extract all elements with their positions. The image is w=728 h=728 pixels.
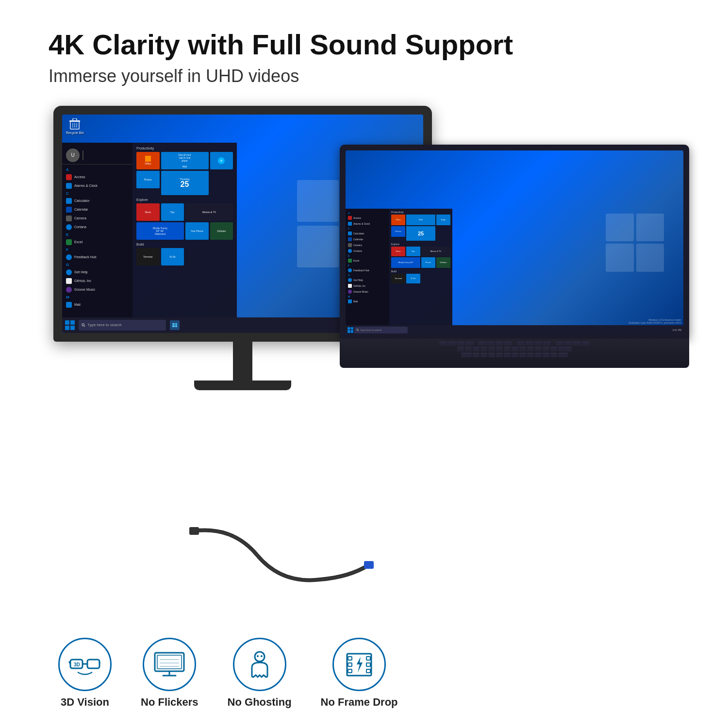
tile-calendar: Thursday 25 xyxy=(161,171,209,195)
monitor-neck xyxy=(233,342,252,381)
tile-tips: Tips xyxy=(161,203,184,221)
laptop-taskbar: Type here to search 4:41 PM xyxy=(346,325,683,335)
taskbar-search[interactable]: Type here to search xyxy=(79,320,166,331)
eval-watermark: Windows 10 Enterprise InsiderEvaluation … xyxy=(629,318,681,324)
svg-rect-32 xyxy=(366,657,370,660)
letter-g: G xyxy=(62,262,132,268)
start-tiles: Productivity Office xyxy=(132,143,237,317)
app-alarms: Alarms & Clock xyxy=(62,182,132,190)
laptop-tiles: Productivity Office Mail Edge Photos 25 xyxy=(389,209,452,325)
tile-weather: Mostly Sunny83° 60°Redmond xyxy=(136,222,184,240)
no-flickers-icon-container xyxy=(143,638,196,691)
app-cortana: Cortana xyxy=(62,223,132,232)
win-logo-taskbar xyxy=(65,320,75,330)
tile-todo: To Do xyxy=(161,248,184,265)
svg-line-11 xyxy=(358,331,359,331)
explore-tiles: News Tips Movies & TV Mostly Sunny83° 60… xyxy=(136,203,233,240)
svg-point-27 xyxy=(261,655,263,657)
svg-rect-19 xyxy=(157,655,182,669)
feature-no-ghosting: No Ghosting xyxy=(228,638,292,709)
no-ghosting-label: No Ghosting xyxy=(228,696,292,709)
feature-3d-vision: 3D 3D Vision xyxy=(58,638,112,709)
app-groove: Groove Music xyxy=(62,285,132,294)
tile-phone: Your Phone xyxy=(185,222,209,240)
taskbar-search-text: Type here to search xyxy=(87,323,122,327)
3d-vision-icon: 3D xyxy=(68,650,102,679)
build-label: Build xyxy=(136,243,233,246)
laptop-desktop: A Access Alarms & Clock C xyxy=(346,150,683,335)
tile-office: Office xyxy=(136,152,160,169)
laptop-keyboard-base xyxy=(340,339,689,368)
tile-movies: Movies & TV xyxy=(185,203,233,221)
svg-rect-33 xyxy=(366,663,370,666)
app-calendar: Calendar xyxy=(62,205,132,214)
app-feedback: Feedback Hub xyxy=(62,253,132,262)
svg-point-26 xyxy=(257,655,259,657)
svg-rect-2 xyxy=(73,118,77,121)
no-flickers-label: No Flickers xyxy=(141,696,199,709)
app-github: GitHub, Inc xyxy=(62,277,132,285)
svg-point-25 xyxy=(255,652,265,662)
svg-point-10 xyxy=(357,329,359,331)
no-ghosting-icon xyxy=(245,649,274,680)
cable xyxy=(184,516,379,589)
tile-news: News xyxy=(136,203,160,221)
3d-vision-icon-container: 3D xyxy=(58,638,112,691)
tile-edge: e xyxy=(210,152,233,169)
feature-no-flickers: No Flickers xyxy=(141,638,199,709)
svg-rect-34 xyxy=(366,669,370,673)
header-section: 4K Clarity with Full Sound Support Immer… xyxy=(39,29,689,86)
build-tiles: Terminal To Do xyxy=(136,248,233,265)
laptop-screen-part: A Access Alarms & Clock C xyxy=(340,145,689,339)
app-camera: Camera xyxy=(62,214,132,223)
app-calculator: Calculator xyxy=(62,197,132,205)
recycle-bin-icon: Recycle Bin xyxy=(66,118,84,134)
feature-no-frame-drop: No Frame Drop xyxy=(321,638,398,709)
laptop-start-menu: A Access Alarms & Clock C xyxy=(346,209,452,325)
laptop-apps-list: A Access Alarms & Clock C xyxy=(346,209,389,325)
svg-point-6 xyxy=(82,324,84,326)
svg-text:3D: 3D xyxy=(74,662,80,667)
app-mail: Mail xyxy=(62,300,132,309)
tile-mail: See all yourmail in oneplaceMail xyxy=(161,152,209,169)
no-frame-drop-icon-container xyxy=(332,638,386,691)
app-access: Access xyxy=(62,173,132,182)
page-container: 4K Clarity with Full Sound Support Immer… xyxy=(0,0,728,728)
tiles-grid: Office See all yourmail in oneplaceMail … xyxy=(136,152,233,195)
explore-label: Explore xyxy=(136,198,233,201)
no-frame-drop-icon xyxy=(342,649,376,680)
svg-rect-13 xyxy=(87,660,99,668)
productivity-label: Productivity xyxy=(136,147,233,150)
tile-solitaire: Solitaire xyxy=(210,222,233,240)
start-menu: U A Access Alarms & Clo xyxy=(62,143,237,317)
svg-rect-8 xyxy=(364,561,374,569)
recycle-bin-label: Recycle Bin xyxy=(66,131,84,134)
laptop-container: A Access Alarms & Clock C xyxy=(340,145,689,368)
svg-rect-31 xyxy=(348,669,352,673)
3d-vision-label: 3D Vision xyxy=(61,696,109,709)
no-frame-drop-label: No Frame Drop xyxy=(321,696,398,709)
laptop-screen: A Access Alarms & Clock C xyxy=(346,150,683,335)
laptop-win-logo xyxy=(606,214,664,272)
svg-line-7 xyxy=(84,326,85,327)
app-excel: Excel xyxy=(62,238,132,247)
tile-photos: Photos xyxy=(136,171,160,188)
subtitle: Immerse yourself in UHD videos xyxy=(49,66,689,86)
letter-a: A xyxy=(62,166,132,173)
letter-m: M xyxy=(62,294,132,300)
apps-list: U A Access Alarms & Clo xyxy=(62,143,132,317)
app-gethelp: Get Help xyxy=(62,268,132,277)
devices-section: Recycle Bin U A xyxy=(39,106,689,618)
letter-e: E xyxy=(62,232,132,238)
letter-f: F xyxy=(62,247,132,253)
svg-rect-30 xyxy=(348,663,352,666)
main-title: 4K Clarity with Full Sound Support xyxy=(49,29,689,60)
svg-rect-29 xyxy=(348,657,352,660)
no-ghosting-icon-container xyxy=(233,638,286,691)
svg-rect-9 xyxy=(189,527,199,535)
letter-c: C xyxy=(62,190,132,197)
features-section: 3D 3D Vision xyxy=(39,623,689,709)
tile-terminal: Terminal xyxy=(136,248,160,265)
monitor-base xyxy=(194,381,291,390)
no-flickers-icon xyxy=(152,649,186,680)
